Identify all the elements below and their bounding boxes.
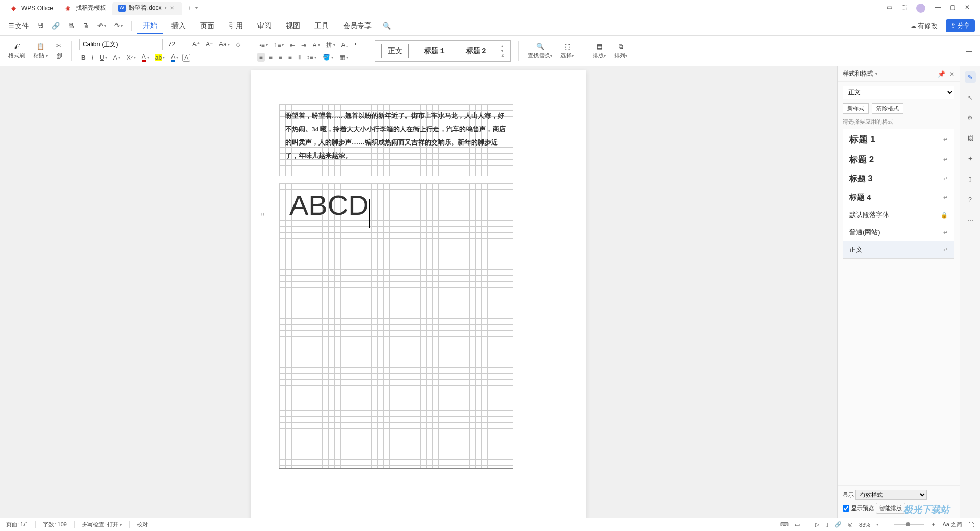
menu-tab-review[interactable]: 审阅 [251, 18, 278, 34]
maximize-icon[interactable]: ▢ [950, 4, 955, 13]
current-style-select[interactable]: 正文 [843, 86, 954, 99]
phonetic-icon[interactable]: 拼▾ [324, 40, 337, 51]
highlight-icon[interactable]: ab▾ [153, 53, 167, 62]
reader-mode-icon[interactable]: ▭ [887, 4, 892, 13]
text-effects-icon[interactable]: A▾ [310, 41, 322, 50]
clear-format-button[interactable]: 清除格式 [872, 103, 903, 114]
minimize-icon[interactable]: — [935, 4, 941, 13]
bullet-list-icon[interactable]: ⦁≡▾ [257, 41, 270, 50]
has-changes-indicator[interactable]: ☁ 有修改 [907, 19, 941, 33]
border-icon[interactable]: ▦▾ [337, 53, 350, 62]
collapse-ribbon-icon[interactable]: — [964, 46, 974, 56]
layout-group[interactable]: ▤ 排版▾ [591, 42, 608, 59]
new-style-button[interactable]: 新样式 [843, 103, 869, 114]
align-right-icon[interactable]: ≡ [277, 53, 284, 62]
save-icon[interactable]: 🖫 [34, 20, 46, 32]
view-page-icon[interactable]: ▭ [795, 521, 800, 528]
clear-format-icon[interactable]: ◇ [234, 40, 242, 49]
view-read-icon[interactable]: ▷ [815, 521, 819, 528]
drag-handle-icon[interactable]: ⠿ [261, 212, 263, 218]
style-row-h1[interactable]: 标题 1↵ [843, 129, 954, 150]
menu-tab-start[interactable]: 开始 [137, 18, 163, 34]
cut-icon[interactable]: ✂ [54, 41, 64, 51]
image-tool-icon[interactable]: 🖼 [965, 133, 976, 144]
menu-tab-references[interactable]: 引用 [223, 18, 249, 34]
increase-font-icon[interactable]: A⁺ [190, 40, 202, 49]
zoom-value[interactable]: 83% [859, 522, 870, 528]
fill-icon[interactable]: 🪣▾ [321, 53, 335, 62]
document-canvas[interactable]: 盼望着，盼望着……翘首以盼的新年近了。街市上车水马龙，人山人海，好不热闹。34 … [0, 66, 837, 518]
cube-icon[interactable]: ⬚ [901, 4, 907, 13]
font-color-icon[interactable]: A▾ [140, 52, 151, 63]
print-preview-icon[interactable]: 🗎 [80, 20, 92, 32]
style-row-default-font[interactable]: 默认段落字体🔒 [843, 206, 954, 224]
focus-icon[interactable]: ◎ [848, 521, 853, 528]
char-border-icon[interactable]: A [182, 54, 190, 62]
spell-check-status[interactable]: 拼写检查: 打开 ▾ [82, 521, 122, 528]
close-tab-icon[interactable]: ✕ [170, 5, 176, 11]
proofing-status[interactable]: 校对 [137, 521, 148, 528]
input-method-icon[interactable]: ⌨ [780, 521, 789, 528]
smart-layout-button[interactable]: 智能排版 [876, 503, 905, 514]
page-indicator[interactable]: 页面: 1/1 [6, 521, 28, 528]
text-box-2[interactable]: ABCD [279, 183, 513, 469]
zoom-slider[interactable] [894, 524, 924, 525]
style-heading1[interactable]: 标题 1 [418, 44, 451, 58]
lang-indicator[interactable]: Aa 之简 [942, 521, 962, 528]
change-case-icon[interactable]: Aa▾ [217, 40, 232, 49]
close-panel-icon[interactable]: ✕ [949, 70, 954, 78]
menu-tab-member[interactable]: 会员专享 [337, 18, 378, 34]
decrease-indent-icon[interactable]: ⇤ [288, 41, 297, 50]
tab-templates[interactable]: ◉ 找稻壳模板 [59, 2, 112, 15]
tab-list-dropdown[interactable]: ▾ [192, 4, 201, 12]
align-justify-icon[interactable]: ≡ [286, 53, 294, 62]
undo-icon[interactable]: ↶ ▾ [94, 20, 109, 32]
find-replace-group[interactable]: 🔍 查找替换▾ [526, 42, 554, 59]
increase-indent-icon[interactable]: ⇥ [299, 41, 308, 50]
style-expand-icon[interactable]: ⊻ [501, 53, 504, 58]
decrease-font-icon[interactable]: A⁻ [204, 40, 215, 49]
number-list-icon[interactable]: 1≡▾ [272, 41, 286, 50]
select-group[interactable]: ⬚ 选择▾ [558, 42, 576, 59]
word-count[interactable]: 字数: 109 [43, 521, 66, 528]
tab-wps-home[interactable]: ◆ WPS Office [5, 2, 59, 15]
preview-checkbox[interactable] [843, 505, 849, 512]
font-name-select[interactable] [79, 39, 163, 50]
link-sb-icon[interactable]: 🔗 [835, 521, 842, 528]
tab-document[interactable]: W 盼望着.docx • ✕ [112, 2, 182, 15]
expand-icon[interactable]: ⛶ [968, 522, 974, 528]
redo-icon[interactable]: ↷ ▾ [111, 20, 126, 32]
zoom-in-icon[interactable]: ＋ [930, 521, 936, 528]
select-tool-icon[interactable]: ↖ [965, 92, 976, 103]
style-gallery[interactable]: 正文 标题 1 标题 2 ▴ ▾ ⊻ [375, 40, 511, 62]
align-center-icon[interactable]: ≡ [267, 53, 275, 62]
style-row-h2[interactable]: 标题 2↵ [843, 150, 954, 170]
ruler-tool-icon[interactable]: ✦ [965, 153, 976, 164]
arrange-group[interactable]: ⧉ 排列▾ [612, 42, 629, 59]
print-icon[interactable]: 🖶 [65, 20, 78, 32]
font-size-select[interactable] [165, 39, 188, 50]
edit-tool-icon[interactable]: ✎ [965, 71, 976, 83]
help-icon[interactable]: ? [965, 194, 976, 205]
app-menu-button[interactable]: ☰ 文件 [5, 19, 32, 33]
close-window-icon[interactable]: ✕ [965, 4, 970, 13]
format-painter-icon[interactable]: 🖌 [13, 42, 21, 51]
zoom-out-icon[interactable]: − [885, 522, 888, 528]
shading-icon[interactable]: A▾ [169, 52, 180, 63]
show-select[interactable]: 有效样式 [855, 490, 927, 500]
menu-tab-view[interactable]: 视图 [280, 18, 306, 34]
avatar-icon[interactable] [916, 4, 925, 13]
style-row-h3[interactable]: 标题 3↵ [843, 170, 954, 188]
more-icon[interactable]: ⋯ [965, 214, 976, 226]
search-icon[interactable]: 🔍 [380, 20, 394, 32]
menu-tab-insert[interactable]: 插入 [165, 18, 192, 34]
link-icon[interactable]: 🔗 [48, 20, 63, 32]
strikethrough-icon[interactable]: A▾ [111, 53, 122, 62]
underline-icon[interactable]: U▾ [97, 53, 109, 62]
style-row-web[interactable]: 普通(网站)↵ [843, 224, 954, 241]
pin-icon[interactable]: 📌 [938, 70, 945, 78]
share-button[interactable]: ⇪ 分享 [946, 19, 975, 32]
menu-tab-tools[interactable]: 工具 [308, 18, 335, 34]
style-row-h4[interactable]: 标题 4↵ [843, 188, 954, 206]
view-web-icon[interactable]: ▯ [825, 521, 828, 528]
